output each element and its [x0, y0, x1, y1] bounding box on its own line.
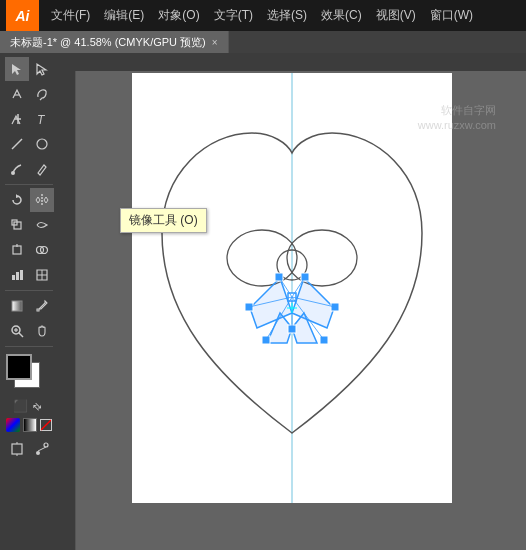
extra-tool-row [5, 437, 54, 461]
eyedropper-tool[interactable] [30, 294, 54, 318]
mini-color-icons: ⬛ ⇄ [14, 399, 45, 413]
menu-window[interactable]: 窗口(W) [424, 5, 479, 26]
tool-row-scale [5, 213, 54, 237]
menu-bar: 文件(F) 编辑(E) 对象(O) 文字(T) 选择(S) 效果(C) 视图(V… [39, 5, 520, 26]
pen-tool[interactable] [5, 82, 29, 106]
hand-tool[interactable] [30, 319, 54, 343]
tool-row-4 [5, 132, 54, 156]
canvas-area: // ruler ticks drawn dynamically below [58, 53, 526, 550]
graph-tool[interactable] [5, 263, 29, 287]
tool-row-rotate [5, 188, 54, 212]
main-area: T [0, 53, 526, 550]
toolbar: T [0, 53, 58, 550]
svg-line-28 [41, 420, 51, 430]
svg-marker-10 [44, 197, 48, 203]
menu-effect[interactable]: 效果(C) [315, 5, 368, 26]
zoom-tool[interactable] [5, 319, 29, 343]
color-icon[interactable] [6, 418, 20, 432]
brush-tool[interactable] [5, 157, 29, 181]
lasso-tool[interactable] [30, 82, 54, 106]
none-icon[interactable] [40, 419, 52, 431]
svg-point-5 [37, 139, 47, 149]
tool-row-5 [5, 157, 54, 181]
direct-select-tool[interactable] [30, 57, 54, 81]
pencil-tool[interactable] [30, 157, 54, 181]
mirror-tool[interactable] [30, 188, 54, 212]
tab-bar: 未标题-1* @ 41.58% (CMYK/GPU 预览) × [0, 31, 526, 53]
color-area [6, 354, 52, 394]
app-logo: Ai [6, 0, 39, 31]
tab-close-button[interactable]: × [212, 37, 218, 48]
blend-tool[interactable] [30, 437, 54, 461]
select-tool[interactable] [5, 57, 29, 81]
tool-row-2 [5, 82, 54, 106]
ruler-top: // ruler ticks drawn dynamically below [58, 53, 526, 71]
svg-rect-17 [12, 275, 15, 280]
svg-rect-18 [16, 272, 19, 280]
free-transform-tool[interactable] [5, 238, 29, 262]
type-tool[interactable]: T [30, 107, 54, 131]
menu-select[interactable]: 选择(S) [261, 5, 313, 26]
svg-rect-23 [12, 301, 22, 311]
tab-label: 未标题-1* @ 41.58% (CMYK/GPU 预览) [10, 35, 206, 50]
svg-rect-34 [58, 53, 526, 71]
artwork [132, 73, 452, 503]
svg-line-25 [19, 333, 23, 337]
tool-row-graph [5, 263, 54, 287]
svg-rect-13 [13, 246, 21, 254]
svg-marker-1 [37, 64, 46, 75]
tool-row-3: T [5, 107, 54, 131]
stroke-color[interactable] [6, 354, 32, 380]
tool-row-zoom [5, 319, 54, 343]
add-anchor-tool[interactable] [5, 107, 29, 131]
scale-tool[interactable] [5, 213, 29, 237]
active-tab[interactable]: 未标题-1* @ 41.58% (CMYK/GPU 预览) × [0, 31, 229, 53]
svg-point-33 [44, 443, 48, 447]
menu-view[interactable]: 视图(V) [370, 5, 422, 26]
tool-row-bottom [5, 437, 54, 461]
rotate-tool[interactable] [5, 188, 29, 212]
title-bar: Ai 文件(F) 编辑(E) 对象(O) 文字(T) 选择(S) 效果(C) 视… [0, 0, 526, 31]
gradient-tool[interactable] [5, 294, 29, 318]
menu-edit[interactable]: 编辑(E) [98, 5, 150, 26]
tool-row-free [5, 238, 54, 262]
menu-file[interactable]: 文件(F) [45, 5, 96, 26]
line-tool[interactable] [5, 132, 29, 156]
ruler-left [58, 71, 76, 550]
separator-1 [5, 184, 53, 185]
separator-2 [5, 290, 53, 291]
tool-row-1 [5, 57, 54, 81]
svg-point-32 [36, 451, 40, 455]
swap-colors-icon[interactable]: ⇄ [28, 396, 48, 416]
svg-marker-9 [36, 197, 40, 203]
tooltip: 镜像工具 (O) [120, 208, 207, 233]
menu-text[interactable]: 文字(T) [208, 5, 259, 26]
shape-builder-tool[interactable] [30, 238, 54, 262]
warp-tool[interactable] [30, 213, 54, 237]
svg-line-4 [12, 139, 22, 149]
gradient-icon[interactable] [23, 418, 37, 432]
ellipse-tool[interactable] [30, 132, 54, 156]
slice-tool[interactable] [30, 263, 54, 287]
svg-marker-0 [12, 64, 21, 75]
artboard-tool[interactable] [5, 437, 29, 461]
color-mode-icons [6, 418, 52, 432]
tooltip-text: 镜像工具 (O) [129, 213, 198, 227]
default-colors-icon[interactable]: ⬛ [14, 399, 28, 413]
separator-3 [5, 346, 53, 347]
svg-point-6 [11, 171, 15, 175]
svg-rect-29 [12, 444, 22, 454]
svg-rect-19 [20, 270, 23, 280]
tool-row-gradient [5, 294, 54, 318]
svg-text:T: T [37, 113, 46, 126]
menu-object[interactable]: 对象(O) [152, 5, 205, 26]
